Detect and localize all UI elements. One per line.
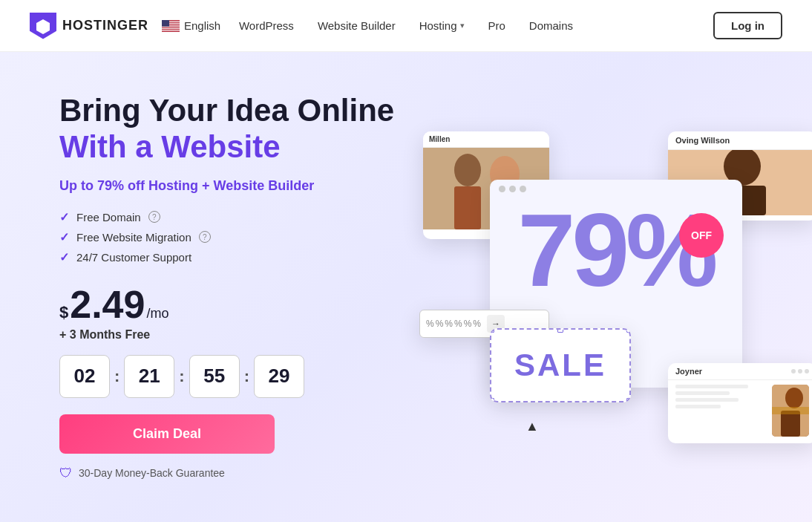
svg-rect-6 bbox=[162, 28, 180, 29]
joyner-image bbox=[772, 385, 809, 437]
nav-hosting[interactable]: Hosting ▾ bbox=[419, 19, 465, 32]
countdown-sep-1: : bbox=[114, 367, 119, 386]
joyner-img-svg bbox=[772, 385, 809, 437]
joyner-line-3 bbox=[675, 398, 739, 402]
countdown-timer: 02 : 21 : 55 : 29 bbox=[59, 355, 401, 398]
svg-rect-20 bbox=[772, 407, 809, 414]
card-joyner: Joyner bbox=[668, 363, 812, 443]
nav-domains[interactable]: Domains bbox=[529, 19, 573, 32]
hero-subtitle: Up to 79% off Hosting + Website Builder bbox=[59, 178, 401, 194]
countdown-sep-3: : bbox=[244, 367, 249, 386]
chevron-down-icon: ▾ bbox=[460, 21, 465, 30]
joyner-line-4 bbox=[675, 405, 721, 408]
flag-icon bbox=[162, 20, 180, 32]
svg-rect-19 bbox=[781, 411, 800, 437]
logo-icon bbox=[30, 13, 56, 39]
hero-section: Bring Your Idea Online With a Website Up… bbox=[0, 52, 812, 522]
svg-point-10 bbox=[454, 154, 481, 186]
svg-rect-11 bbox=[454, 186, 481, 229]
countdown-minutes: 21 bbox=[124, 355, 174, 398]
countdown-frames: 29 bbox=[254, 355, 304, 398]
check-icon-2: ✓ bbox=[59, 230, 69, 244]
nav-wordpress[interactable]: WordPress bbox=[239, 19, 294, 32]
navbar: HOSTINGER English WordPress Website Buil… bbox=[0, 0, 812, 52]
language-label: English bbox=[184, 19, 220, 32]
promo-code-text: %%%%%% bbox=[426, 319, 482, 329]
svg-rect-7 bbox=[162, 30, 180, 30]
dot-2 bbox=[509, 186, 516, 192]
language-selector[interactable]: English bbox=[162, 19, 220, 32]
hero-visual-area: Millen Oving Willson bbox=[401, 131, 812, 443]
sale-text: SALE bbox=[514, 348, 606, 383]
off-badge: OFF bbox=[679, 213, 724, 258]
countdown-hours: 02 bbox=[59, 355, 110, 398]
claim-deal-button[interactable]: Claim Deal bbox=[59, 414, 275, 454]
joyner-text-area bbox=[675, 385, 766, 437]
feature-migration: ✓ Free Website Migration ? bbox=[59, 230, 401, 244]
hero-content: Bring Your Idea Online With a Website Up… bbox=[59, 93, 401, 481]
oving-label: Oving Willson bbox=[668, 131, 812, 150]
hero-illustration: Millen Oving Willson bbox=[401, 131, 812, 443]
handle-bl bbox=[490, 398, 494, 402]
svg-rect-5 bbox=[162, 26, 180, 27]
handle-br bbox=[626, 398, 631, 402]
joyner-line-2 bbox=[675, 391, 730, 395]
hero-title-line2: With a Website bbox=[59, 129, 401, 165]
logo-text: HOSTINGER bbox=[62, 18, 148, 33]
joyner-line-1 bbox=[675, 385, 748, 388]
svg-marker-0 bbox=[36, 19, 50, 34]
millen-label: Millen bbox=[423, 131, 549, 148]
check-icon: ✓ bbox=[59, 210, 69, 224]
guarantee-text: 🛡 30-Day Money-Back Guarantee bbox=[59, 466, 401, 481]
nav-links: WordPress Website Builder Hosting ▾ Pro … bbox=[239, 19, 573, 32]
joyner-dots bbox=[791, 369, 809, 373]
handle-tm bbox=[557, 328, 563, 333]
price-extra: + 3 Months Free bbox=[59, 328, 401, 342]
login-button[interactable]: Log in bbox=[713, 12, 782, 39]
cursor-icon: ▲ bbox=[525, 419, 539, 434]
price-display: $ 2.49 /mo bbox=[59, 285, 401, 324]
svg-point-18 bbox=[785, 388, 803, 408]
logo[interactable]: HOSTINGER bbox=[30, 13, 148, 39]
countdown-seconds: 55 bbox=[189, 355, 240, 398]
shield-icon: 🛡 bbox=[59, 466, 73, 481]
feature-domain: ✓ Free Domain ? bbox=[59, 210, 401, 224]
features-list: ✓ Free Domain ? ✓ Free Website Migration… bbox=[59, 210, 401, 264]
joyner-body bbox=[668, 380, 812, 441]
dot-1 bbox=[499, 186, 505, 192]
hero-title-line1: Bring Your Idea Online bbox=[59, 93, 401, 128]
svg-rect-8 bbox=[162, 20, 169, 27]
check-icon-3: ✓ bbox=[59, 250, 69, 264]
joyner-header: Joyner bbox=[668, 363, 812, 380]
countdown-sep-2: : bbox=[179, 367, 184, 386]
nav-pro[interactable]: Pro bbox=[488, 19, 505, 32]
info-icon-migration[interactable]: ? bbox=[199, 231, 211, 243]
nav-website-builder[interactable]: Website Builder bbox=[318, 19, 396, 32]
info-icon-domain[interactable]: ? bbox=[148, 211, 160, 223]
card-sale: SALE bbox=[490, 328, 631, 402]
feature-support: ✓ 24/7 Customer Support bbox=[59, 250, 401, 264]
